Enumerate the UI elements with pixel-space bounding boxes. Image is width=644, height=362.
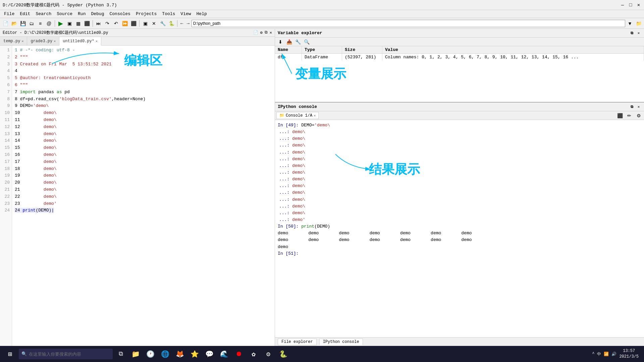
col-type-header: Type [302,46,342,53]
nav-back-button[interactable]: ← [179,21,184,26]
debug-button[interactable]: ⬛ [83,19,91,27]
menu-source[interactable]: Source [54,11,75,17]
menu-consoles[interactable]: Consoles [107,11,133,17]
start-button[interactable]: ⊞ [3,347,17,361]
tab-ipython-console[interactable]: IPython console [319,339,363,345]
editor-float-icon[interactable]: ⧉ [265,30,268,35]
tab-grade3-py[interactable]: grade3.py ✕ [27,37,59,45]
stop-button[interactable]: ⬛ [129,19,138,27]
run-cell-button[interactable]: ▣ [65,19,73,27]
tab-untitled0-py-close[interactable]: ✕ [96,39,98,43]
taskbar-app2[interactable]: ✿ [247,347,260,361]
var-import-button[interactable]: 📥 [285,38,293,46]
separator3 [139,20,140,27]
toolbar: 📄 📂 💾 🗂 ≡ @ ▶ ▣ ▦ ⬛ ⏭ ↷ ↶ ⏩ ⬛ ▣ ✕ 🔧 🐍 ← … [0,18,644,29]
taskbar-settings[interactable]: ⚙ [262,347,275,361]
console-panel: IPython console ⧉ ✕ 📁 Console 1/A ✕ ⬛ ✏ [275,103,644,337]
var-explorer-float-icon[interactable]: ⧉ [629,31,635,36]
taskbar-spyder[interactable]: 🐍 [276,347,290,361]
continue-button[interactable]: ⏩ [121,19,129,27]
code-content[interactable]: 1 # -*- coding: utf-8 - 2 """ 3 Created … [12,46,275,346]
taskbar-search-box[interactable]: 🔍 [19,349,113,359]
code-editor[interactable]: 12345 678910 1112131415 1617181920 21222… [0,46,275,346]
menu-edit[interactable]: Edit [17,11,33,17]
taskbar-search-input[interactable] [29,352,110,357]
var-explorer-close-icon[interactable]: ✕ [636,31,641,36]
console-line-in50: In [50]: print(DEMO) [278,223,641,230]
tray-volume-icon[interactable]: 🔊 [611,352,616,357]
console-output[interactable]: In [49]: DEMO='demo\ ...: demo\ ...: dem… [275,120,644,337]
menu-search[interactable]: Search [33,11,54,17]
var-explorer-header: Variable explorer ⧉ ✕ [275,29,644,38]
taskbar-wechat[interactable]: 💬 [203,347,216,361]
console-line-dots14: ...: demo' [278,217,641,223]
menu-tools[interactable]: Tools [159,11,178,17]
path-dropdown-button[interactable]: ▼ [626,19,634,27]
tray-wifi-icon[interactable]: 📶 [604,352,609,357]
console-edit-button[interactable]: ✏ [625,112,633,120]
console-title: IPython console [278,104,317,109]
menu-file[interactable]: File [1,11,17,17]
tray-ime-icon[interactable]: 中 [597,351,601,357]
console-line-dots2: ...: demo\ [278,135,641,142]
main-content: Editor - D:\C\2020数学建模C题代码\untitled0.py … [0,29,644,346]
step-out-button[interactable]: ↶ [112,19,120,27]
run-cell-advance-button[interactable]: ▦ [74,19,82,27]
new-file-button[interactable]: 📄 [1,19,9,27]
toolbar-settings[interactable]: 🔧 [159,19,167,27]
taskbar-clock-app[interactable]: 🕐 [144,347,157,361]
console-line-dots3: ...: demo\ [278,142,641,149]
console-tab-1[interactable]: 📁 Console 1/A ✕ [276,112,319,119]
save-file-button[interactable]: 💾 [19,19,27,27]
tab-temp-py[interactable]: temp.py ✕ [0,37,27,45]
console-tab-close[interactable]: ✕ [314,114,316,118]
run-button[interactable]: ▶ [57,19,65,27]
console-stop-button[interactable]: ⬛ [616,112,624,120]
path-input[interactable] [192,20,625,27]
menu-debug[interactable]: Debug [88,11,107,17]
tab-untitled0-py[interactable]: untitled0.py* ✕ [59,37,101,46]
var-row-df[interactable]: df DataFrame (52397, 281) Column names: … [275,54,644,61]
nav-forward-button[interactable]: → [185,21,191,26]
tab-grade3-py-close[interactable]: ✕ [54,39,56,43]
step-into-button[interactable]: ↷ [103,19,111,27]
maximize-button[interactable]: □ [628,2,633,8]
tab-temp-py-close[interactable]: ✕ [21,39,23,43]
menu-projects[interactable]: Projects [133,11,159,17]
menu-help[interactable]: Help [194,11,210,17]
console-close-icon[interactable]: ✕ [636,104,641,110]
taskbar-app1[interactable]: ⭐ [188,347,201,361]
var-table-header: Name Type Size Value [275,46,644,54]
menu-view[interactable]: View [178,11,194,17]
var-export-button[interactable]: 🔧 [294,38,302,46]
open-file-button[interactable]: 📂 [10,19,18,27]
console-header: IPython console ⧉ ✕ [275,103,644,111]
taskbar-clock[interactable]: 13:57 2021/3/5 [619,348,639,360]
console-settings-button[interactable]: ⚙ [635,112,643,120]
editor-new-tab-icon[interactable]: 📄 [253,30,258,35]
toolbar-extra2[interactable]: ✕ [150,19,158,27]
save-all-button[interactable]: 🗂 [28,19,36,27]
step-button[interactable]: ⏭ [95,19,103,27]
editor-close-icon[interactable]: ✕ [270,30,272,35]
minimize-button[interactable]: — [620,2,625,8]
taskbar-chrome[interactable]: 🌐 [158,347,172,361]
path-browse-button[interactable]: 📁 [635,19,643,27]
taskbar-task-view[interactable]: ⧉ [114,347,127,361]
close-button[interactable]: ✕ [636,2,641,8]
taskbar-file-explorer[interactable]: 📁 [129,347,142,361]
taskbar-firefox[interactable]: 🦊 [173,347,186,361]
var-search-button[interactable]: 🔍 [303,38,311,46]
toolbar-python[interactable]: 🐍 [167,19,175,27]
separator4 [177,20,177,27]
console-float-icon[interactable]: ⧉ [629,104,635,110]
var-refresh-button[interactable]: ⬇ [276,38,284,46]
toolbar-btn6[interactable]: @ [45,19,53,27]
menu-run[interactable]: Run [75,11,88,17]
taskbar-edge[interactable]: 🌊 [217,347,231,361]
toolbar-extra1[interactable]: ▣ [141,19,149,27]
taskbar-record[interactable]: ⏺ [232,347,246,361]
editor-settings-icon[interactable]: ⚙ [260,30,263,35]
tab-file-explorer[interactable]: File explorer [278,339,317,345]
toolbar-btn5[interactable]: ≡ [36,19,44,27]
